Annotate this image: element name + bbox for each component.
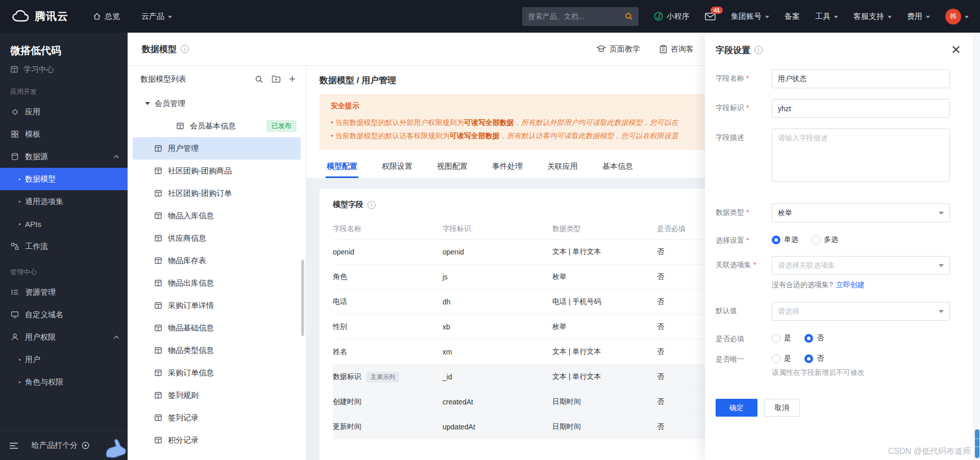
tab[interactable]: 权限设置 [381,156,413,178]
model-tree: 会员基本信息 已发布 用户管理 [128,115,306,451]
default-value-select[interactable]: 请选择 [772,302,950,321]
radio-icon[interactable] [772,236,780,244]
sidebar-item-learning[interactable]: 学习中心 [0,62,128,77]
model-folder-membership[interactable]: 会员管理 [128,92,306,115]
model-tree-item[interactable]: 物品库存表 [133,249,301,272]
watermark: CSDN @低代码布道师 [888,446,971,457]
sidebar-item-option-sets[interactable]: 通用选项集 [0,190,128,213]
model-tree-item[interactable]: 物品出库信息 [133,272,301,294]
sidebar-item-apis[interactable]: APIs [0,213,128,235]
nav-cloud-products[interactable]: 云产品 [141,12,172,21]
rate-product-button[interactable]: 给产品打个分 [32,441,89,450]
cell-field-name: 性别 [333,322,443,331]
cell-field-type: 文本 | 单行文本 [552,372,657,381]
sidebar-item-custom-domain[interactable]: 自定义域名 [0,303,128,326]
global-search[interactable] [522,7,639,26]
radio-icon[interactable] [812,236,820,244]
nav-miniprogram[interactable]: 小程序 [654,12,690,21]
field-name-input[interactable] [772,69,950,88]
page-scrollbar[interactable] [973,33,980,460]
app-icon [10,108,19,116]
model-tree-item[interactable]: 物品类型信息 [133,339,301,362]
sidebar-item-workflow[interactable]: 工作流 [0,235,128,258]
nav-tools[interactable]: 工具 [815,12,838,21]
radio-required-yes[interactable]: 是 [772,334,791,343]
data-type-select[interactable]: 枚举 [772,203,950,222]
list-scrollbar-thumb[interactable] [301,260,304,336]
radio-unique-no[interactable]: 否 [804,354,824,363]
close-icon[interactable]: ✕ [951,44,961,56]
radio-icon[interactable] [804,334,813,343]
table-icon [154,391,162,399]
tab[interactable]: 基本信息 [601,156,634,178]
radio-icon[interactable] [772,354,780,363]
nav-overview[interactable]: 总览 [93,12,120,21]
nav-billing[interactable]: 费用 [907,12,930,21]
sidebar-item-roles[interactable]: 角色与权限 [0,371,128,393]
account-menu[interactable]: 韩 [945,9,969,24]
model-tree-item[interactable]: 社区团购-团购商品 [133,160,301,182]
nav-icp[interactable]: 备案 [785,12,800,21]
model-name: 物品入库信息 [168,211,214,221]
radio-single-choice[interactable]: 单选 [772,235,798,244]
model-tree-item[interactable]: 物品入库信息 [133,205,301,227]
model-name: 物品类型信息 [168,346,214,355]
model-tree-item[interactable]: 签到记录 [133,406,301,429]
nav-support[interactable]: 客服支持 [853,12,892,21]
radio-unique-yes[interactable]: 是 [772,354,791,363]
tab[interactable]: 视图配置 [436,156,469,178]
search-icon[interactable] [625,12,633,20]
primary-display-badge: 主展示列 [366,372,399,382]
page-tutorial-button[interactable]: 页面教学 [597,44,640,54]
add-model-icon[interactable]: + [289,73,296,85]
bullet-icon [19,359,20,361]
page-scrollbar-thumb[interactable] [975,429,979,458]
collapse-sidebar-icon[interactable] [9,442,18,449]
radio-multi-choice[interactable]: 多选 [812,235,838,244]
info-icon[interactable]: i [754,46,763,54]
search-icon[interactable] [255,75,263,84]
sidebar-item-user-permission[interactable]: 用户权限 [0,326,128,348]
consult-button[interactable]: 咨询客 [659,44,694,54]
confirm-button[interactable]: 确定 [716,399,757,417]
sidebar-item-resources[interactable]: 资源管理 [0,281,128,303]
nav-group-account[interactable]: 集团账号 [731,12,769,21]
sidebar-item-user[interactable]: 用户 [0,348,128,371]
model-tree-item[interactable]: 采购订单信息 [133,362,301,384]
cell-field-type: 日期时间 [552,422,657,431]
model-tree-item[interactable]: 签到规则 [133,384,301,406]
radio-required-no[interactable]: 否 [804,334,824,343]
brand[interactable]: 腾讯云 [11,9,68,23]
model-tree-item[interactable]: 采购订单详情 [133,294,301,317]
radio-icon[interactable] [804,354,813,363]
model-tree-item[interactable]: 积分记录 [133,429,301,451]
cancel-button[interactable]: 取消 [764,399,800,417]
field-id-input[interactable] [772,99,950,118]
table-icon [154,257,162,265]
messages-button[interactable]: 41 [705,12,716,21]
info-icon[interactable]: i [368,201,376,209]
model-tree-item[interactable]: 供应商信息 [133,227,301,249]
info-icon[interactable]: i [181,45,189,53]
model-tree-item[interactable]: 物品基础信息 [133,317,301,339]
tab[interactable]: 事件处理 [491,156,524,178]
tab[interactable]: 模型配置 [326,156,358,178]
tab[interactable]: 关联应用 [546,156,579,178]
model-tree-item[interactable]: 会员基本信息 已发布 [133,115,301,137]
nav-group-account-label: 集团账号 [731,12,762,21]
sidebar-item-datasource[interactable]: 数据源 [0,145,128,168]
avatar[interactable]: 韩 [945,9,961,24]
sidebar-item-app[interactable]: 应用 [0,100,128,123]
sidebar-item-label: 用户 [25,355,40,365]
table-icon [154,279,162,287]
create-option-set-link[interactable]: 立即创建 [836,280,865,290]
model-tree-item[interactable]: 社区团购-团购订单 [133,182,301,205]
new-folder-icon[interactable] [272,75,281,83]
option-set-select[interactable]: 请选择关联选项集 [772,256,950,275]
field-desc-textarea[interactable] [772,129,950,182]
sidebar-item-data-model[interactable]: 数据模型 [0,168,128,190]
search-input[interactable] [528,12,621,20]
radio-icon[interactable] [772,334,780,343]
model-tree-item[interactable]: 用户管理 [133,137,301,160]
sidebar-item-template[interactable]: 模板 [0,123,128,145]
